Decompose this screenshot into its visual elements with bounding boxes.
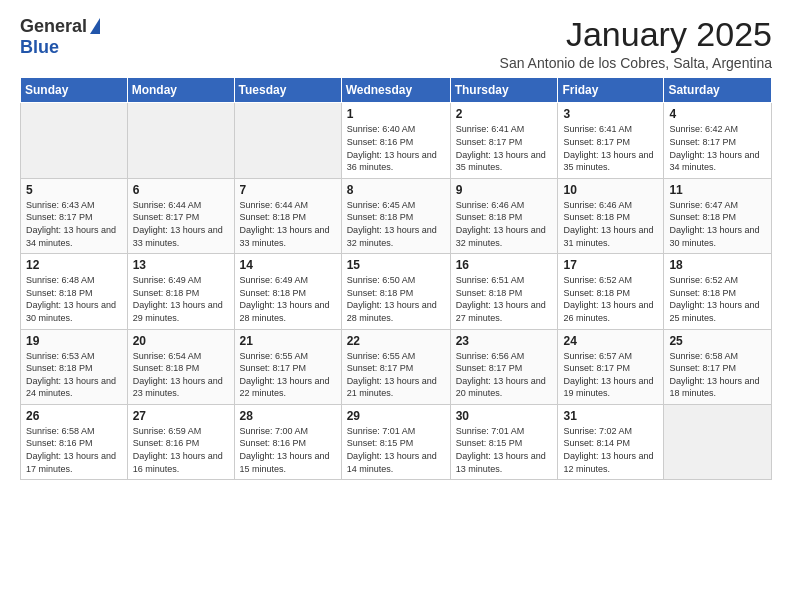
logo: General Blue	[20, 16, 100, 58]
day-number: 24	[563, 334, 658, 348]
day-info: Sunrise: 6:55 AM Sunset: 8:17 PM Dayligh…	[347, 350, 445, 400]
day-info: Sunrise: 7:02 AM Sunset: 8:14 PM Dayligh…	[563, 425, 658, 475]
location: San Antonio de los Cobres, Salta, Argent…	[500, 55, 772, 71]
calendar-cell: 8Sunrise: 6:45 AM Sunset: 8:18 PM Daylig…	[341, 178, 450, 253]
day-number: 6	[133, 183, 229, 197]
day-number: 17	[563, 258, 658, 272]
day-info: Sunrise: 6:41 AM Sunset: 8:17 PM Dayligh…	[456, 123, 553, 173]
day-number: 11	[669, 183, 766, 197]
day-info: Sunrise: 6:46 AM Sunset: 8:18 PM Dayligh…	[563, 199, 658, 249]
page: General Blue January 2025 San Antonio de…	[0, 0, 792, 490]
calendar-cell: 9Sunrise: 6:46 AM Sunset: 8:18 PM Daylig…	[450, 178, 558, 253]
calendar-cell: 29Sunrise: 7:01 AM Sunset: 8:15 PM Dayli…	[341, 404, 450, 479]
calendar-cell: 17Sunrise: 6:52 AM Sunset: 8:18 PM Dayli…	[558, 254, 664, 329]
day-number: 27	[133, 409, 229, 423]
day-number: 20	[133, 334, 229, 348]
calendar-cell: 10Sunrise: 6:46 AM Sunset: 8:18 PM Dayli…	[558, 178, 664, 253]
day-info: Sunrise: 6:51 AM Sunset: 8:18 PM Dayligh…	[456, 274, 553, 324]
day-number: 2	[456, 107, 553, 121]
day-number: 21	[240, 334, 336, 348]
calendar-cell: 11Sunrise: 6:47 AM Sunset: 8:18 PM Dayli…	[664, 178, 772, 253]
day-number: 14	[240, 258, 336, 272]
calendar-day-header: Monday	[127, 78, 234, 103]
day-number: 29	[347, 409, 445, 423]
day-info: Sunrise: 6:49 AM Sunset: 8:18 PM Dayligh…	[240, 274, 336, 324]
calendar-cell: 22Sunrise: 6:55 AM Sunset: 8:17 PM Dayli…	[341, 329, 450, 404]
day-info: Sunrise: 6:58 AM Sunset: 8:17 PM Dayligh…	[669, 350, 766, 400]
day-number: 25	[669, 334, 766, 348]
day-number: 28	[240, 409, 336, 423]
logo-triangle-icon	[90, 18, 100, 34]
calendar-cell	[21, 103, 128, 178]
calendar-table: SundayMondayTuesdayWednesdayThursdayFrid…	[20, 77, 772, 480]
calendar-cell: 21Sunrise: 6:55 AM Sunset: 8:17 PM Dayli…	[234, 329, 341, 404]
calendar-cell: 23Sunrise: 6:56 AM Sunset: 8:17 PM Dayli…	[450, 329, 558, 404]
calendar-cell: 7Sunrise: 6:44 AM Sunset: 8:18 PM Daylig…	[234, 178, 341, 253]
calendar-day-header: Saturday	[664, 78, 772, 103]
day-number: 31	[563, 409, 658, 423]
calendar-cell: 15Sunrise: 6:50 AM Sunset: 8:18 PM Dayli…	[341, 254, 450, 329]
calendar-cell: 28Sunrise: 7:00 AM Sunset: 8:16 PM Dayli…	[234, 404, 341, 479]
day-info: Sunrise: 7:01 AM Sunset: 8:15 PM Dayligh…	[456, 425, 553, 475]
header: General Blue January 2025 San Antonio de…	[20, 16, 772, 71]
calendar-cell	[234, 103, 341, 178]
calendar-day-header: Friday	[558, 78, 664, 103]
day-info: Sunrise: 6:50 AM Sunset: 8:18 PM Dayligh…	[347, 274, 445, 324]
day-number: 7	[240, 183, 336, 197]
day-info: Sunrise: 6:48 AM Sunset: 8:18 PM Dayligh…	[26, 274, 122, 324]
day-info: Sunrise: 6:52 AM Sunset: 8:18 PM Dayligh…	[563, 274, 658, 324]
logo-general-text: General	[20, 16, 87, 37]
day-info: Sunrise: 6:55 AM Sunset: 8:17 PM Dayligh…	[240, 350, 336, 400]
calendar-cell	[664, 404, 772, 479]
calendar-cell: 4Sunrise: 6:42 AM Sunset: 8:17 PM Daylig…	[664, 103, 772, 178]
calendar-cell: 5Sunrise: 6:43 AM Sunset: 8:17 PM Daylig…	[21, 178, 128, 253]
day-info: Sunrise: 6:53 AM Sunset: 8:18 PM Dayligh…	[26, 350, 122, 400]
calendar-cell: 19Sunrise: 6:53 AM Sunset: 8:18 PM Dayli…	[21, 329, 128, 404]
calendar-week-row: 26Sunrise: 6:58 AM Sunset: 8:16 PM Dayli…	[21, 404, 772, 479]
day-info: Sunrise: 6:57 AM Sunset: 8:17 PM Dayligh…	[563, 350, 658, 400]
day-info: Sunrise: 6:43 AM Sunset: 8:17 PM Dayligh…	[26, 199, 122, 249]
calendar-cell: 20Sunrise: 6:54 AM Sunset: 8:18 PM Dayli…	[127, 329, 234, 404]
title-block: January 2025 San Antonio de los Cobres, …	[500, 16, 772, 71]
calendar-cell: 30Sunrise: 7:01 AM Sunset: 8:15 PM Dayli…	[450, 404, 558, 479]
calendar-header-row: SundayMondayTuesdayWednesdayThursdayFrid…	[21, 78, 772, 103]
day-info: Sunrise: 6:40 AM Sunset: 8:16 PM Dayligh…	[347, 123, 445, 173]
day-info: Sunrise: 6:56 AM Sunset: 8:17 PM Dayligh…	[456, 350, 553, 400]
day-info: Sunrise: 6:54 AM Sunset: 8:18 PM Dayligh…	[133, 350, 229, 400]
day-info: Sunrise: 6:41 AM Sunset: 8:17 PM Dayligh…	[563, 123, 658, 173]
day-info: Sunrise: 6:52 AM Sunset: 8:18 PM Dayligh…	[669, 274, 766, 324]
calendar-day-header: Thursday	[450, 78, 558, 103]
day-number: 19	[26, 334, 122, 348]
day-info: Sunrise: 6:58 AM Sunset: 8:16 PM Dayligh…	[26, 425, 122, 475]
day-info: Sunrise: 7:00 AM Sunset: 8:16 PM Dayligh…	[240, 425, 336, 475]
day-number: 30	[456, 409, 553, 423]
calendar-cell: 6Sunrise: 6:44 AM Sunset: 8:17 PM Daylig…	[127, 178, 234, 253]
calendar-cell: 31Sunrise: 7:02 AM Sunset: 8:14 PM Dayli…	[558, 404, 664, 479]
logo-blue-text: Blue	[20, 37, 59, 58]
calendar-cell: 14Sunrise: 6:49 AM Sunset: 8:18 PM Dayli…	[234, 254, 341, 329]
day-number: 12	[26, 258, 122, 272]
day-number: 9	[456, 183, 553, 197]
day-number: 15	[347, 258, 445, 272]
calendar-week-row: 5Sunrise: 6:43 AM Sunset: 8:17 PM Daylig…	[21, 178, 772, 253]
calendar-week-row: 19Sunrise: 6:53 AM Sunset: 8:18 PM Dayli…	[21, 329, 772, 404]
calendar-cell: 16Sunrise: 6:51 AM Sunset: 8:18 PM Dayli…	[450, 254, 558, 329]
calendar-cell: 27Sunrise: 6:59 AM Sunset: 8:16 PM Dayli…	[127, 404, 234, 479]
day-number: 23	[456, 334, 553, 348]
day-number: 13	[133, 258, 229, 272]
calendar-cell: 24Sunrise: 6:57 AM Sunset: 8:17 PM Dayli…	[558, 329, 664, 404]
calendar-cell: 25Sunrise: 6:58 AM Sunset: 8:17 PM Dayli…	[664, 329, 772, 404]
day-info: Sunrise: 6:46 AM Sunset: 8:18 PM Dayligh…	[456, 199, 553, 249]
day-info: Sunrise: 6:42 AM Sunset: 8:17 PM Dayligh…	[669, 123, 766, 173]
day-number: 5	[26, 183, 122, 197]
calendar-cell	[127, 103, 234, 178]
day-number: 4	[669, 107, 766, 121]
calendar-cell: 2Sunrise: 6:41 AM Sunset: 8:17 PM Daylig…	[450, 103, 558, 178]
calendar-day-header: Wednesday	[341, 78, 450, 103]
calendar-day-header: Tuesday	[234, 78, 341, 103]
day-info: Sunrise: 6:47 AM Sunset: 8:18 PM Dayligh…	[669, 199, 766, 249]
day-info: Sunrise: 6:44 AM Sunset: 8:18 PM Dayligh…	[240, 199, 336, 249]
day-info: Sunrise: 6:59 AM Sunset: 8:16 PM Dayligh…	[133, 425, 229, 475]
day-number: 26	[26, 409, 122, 423]
month-title: January 2025	[500, 16, 772, 53]
